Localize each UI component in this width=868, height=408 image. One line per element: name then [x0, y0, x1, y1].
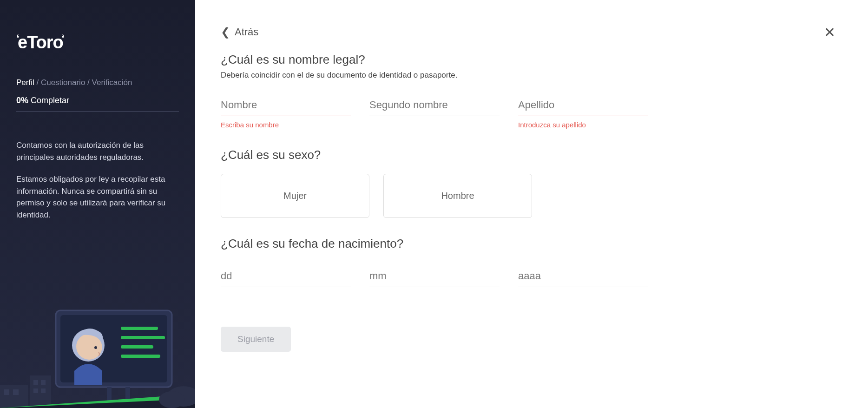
dob-month-field — [369, 267, 500, 287]
gender-section: ¿Cuál es su sexo? Mujer Hombre — [221, 148, 835, 218]
sidebar-info-1: Contamos con la autorización de las prin… — [16, 139, 179, 163]
back-label: Atrás — [235, 26, 258, 38]
svg-rect-2 — [13, 389, 19, 395]
svg-rect-0 — [0, 385, 28, 408]
first-name-error: Escriba su nombre — [221, 121, 351, 129]
svg-rect-6 — [33, 388, 38, 393]
svg-point-14 — [94, 346, 97, 349]
svg-rect-4 — [33, 380, 38, 385]
legal-name-subtitle: Debería coincidir con el de su documento… — [221, 71, 835, 80]
main-content: ❮ Atrás ✕ ¿Cuál es su nombre legal? Debe… — [195, 0, 868, 408]
last-name-field: Introduzca su apellido — [518, 96, 648, 129]
svg-rect-1 — [4, 389, 9, 395]
breadcrumb-cuestionario: Cuestionario — [41, 78, 85, 87]
progress-bar — [16, 111, 179, 112]
sidebar-info: Contamos con la autorización de las prin… — [16, 139, 179, 221]
progress-percent: 0% — [16, 96, 28, 105]
svg-rect-16 — [121, 336, 165, 339]
dob-section: ¿Cuál es su fecha de nacimiento? — [221, 237, 835, 287]
dob-day-field — [221, 267, 351, 287]
gender-female-button[interactable]: Mujer — [221, 174, 369, 218]
legal-name-section: ¿Cuál es su nombre legal? Debería coinci… — [221, 53, 835, 129]
breadcrumb-verificacion: Verificación — [92, 78, 132, 87]
dob-day-input[interactable] — [221, 267, 351, 287]
middle-name-input[interactable] — [369, 96, 500, 116]
gender-male-button[interactable]: Hombre — [383, 174, 532, 218]
first-name-field: Escriba su nombre — [221, 96, 351, 129]
brand-logo: ❛eToro❛ — [16, 33, 179, 53]
dob-year-input[interactable] — [518, 267, 648, 287]
back-button[interactable]: ❮ Atrás — [221, 26, 258, 39]
svg-rect-15 — [121, 327, 158, 330]
dob-question: ¿Cuál es su fecha de nacimiento? — [221, 237, 835, 251]
last-name-error: Introduzca su apellido — [518, 121, 648, 129]
sidebar-info-2: Estamos obligados por ley a recopilar es… — [16, 173, 179, 221]
chevron-left-icon: ❮ — [221, 26, 230, 39]
svg-point-22 — [159, 391, 185, 408]
breadcrumb: Perfil / Cuestionario / Verificación — [16, 78, 179, 87]
sidebar: ❛eToro❛ Perfil / Cuestionario / Verifica… — [0, 0, 195, 408]
dob-year-field — [518, 267, 648, 287]
middle-name-field — [369, 96, 500, 129]
first-name-input[interactable] — [221, 96, 351, 116]
dob-month-input[interactable] — [369, 267, 500, 287]
middle-name-error — [369, 121, 500, 129]
next-button[interactable]: Siguiente — [221, 327, 291, 352]
brand-name: eToro — [18, 33, 63, 53]
svg-rect-18 — [121, 355, 160, 358]
legal-name-question: ¿Cuál es su nombre legal? — [221, 53, 835, 67]
svg-rect-5 — [41, 380, 46, 385]
svg-rect-3 — [30, 375, 51, 408]
svg-rect-17 — [121, 345, 153, 349]
sidebar-illustration-icon — [0, 278, 195, 408]
progress-label: 0% Completar — [16, 96, 179, 105]
close-button[interactable]: ✕ — [824, 26, 835, 39]
gender-question: ¿Cuál es su sexo? — [221, 148, 835, 162]
close-icon: ✕ — [824, 25, 835, 40]
breadcrumb-perfil: Perfil — [16, 78, 34, 87]
logo-horn-right-icon: ❛ — [62, 33, 65, 44]
last-name-input[interactable] — [518, 96, 648, 116]
progress-word: Completar — [31, 96, 69, 105]
svg-rect-7 — [41, 388, 46, 393]
